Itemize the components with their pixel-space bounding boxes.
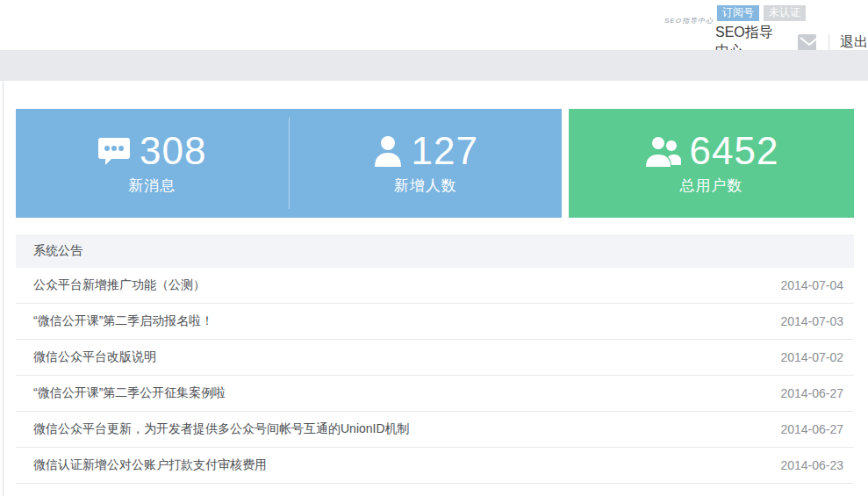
announcement-title[interactable]: “微信公开课”第二季公开征集案例啦 [16,385,226,401]
stat-value-new-messages: 308 [140,132,206,170]
announcement-date: 2014-06-27 [780,386,854,400]
announcement-row[interactable]: 公众平台新增推广功能（公测） 2014-07-04 [16,268,854,304]
announcement-row[interactable]: 微信公众平台更新，为开发者提供多公众号间帐号互通的UnionID机制 2014-… [16,412,854,448]
announcement-date: 2014-06-23 [780,458,854,472]
announcement-title[interactable]: 公众平台新增推广功能（公测） [16,277,205,293]
page: SEO指导中心 订阅号 未认证 SEO指导中心 退出 [0,0,868,496]
stat-label-new-messages: 新消息 [128,176,176,196]
announcement-date: 2014-07-04 [780,278,854,292]
announcement-title[interactable]: 微信认证新增公对公账户打款支付审核费用 [16,457,267,473]
topbar: SEO指导中心 订阅号 未认证 SEO指导中心 退出 [0,0,868,50]
stat-new-messages[interactable]: 308 新消息 [16,109,289,218]
announcement-row[interactable]: “微信公开课”第二季公开征集案例啦 2014-06-27 [16,376,854,412]
announcement-date: 2014-07-02 [780,350,854,364]
announcements-header: 系统公告 [16,234,854,268]
announcements-list: 系统公告 公众平台新增推广功能（公测） 2014-07-04 “微信公开课”第二… [16,234,854,484]
stat-value-new-followers: 127 [412,132,478,170]
chat-bubble-icon [97,136,131,166]
stat-label-total-users: 总用户数 [680,176,743,196]
panel-left-border [3,81,4,496]
stats-card-green: 6452 总用户数 [569,109,854,218]
stat-total-users[interactable]: 6452 总用户数 [569,109,854,218]
mail-icon[interactable] [798,34,816,51]
stats-card-blue: 308 新消息 127 新增人数 [16,109,562,218]
stat-value-total-users: 6452 [690,132,779,170]
header-divider [829,34,829,50]
account-badges: 订阅号 未认证 [717,5,806,21]
announcement-row[interactable]: 微信公众平台改版说明 2014-07-02 [16,340,854,376]
logout-button[interactable]: 退出 [840,33,868,52]
person-icon [373,135,403,167]
announcement-row[interactable]: “微信公开课”第二季启动报名啦！ 2014-07-03 [16,304,854,340]
announcement-title[interactable]: 微信公众平台改版说明 [16,349,156,365]
subscription-badge: 订阅号 [717,5,759,21]
announcement-title[interactable]: “微信公开课”第二季启动报名啦！ [16,313,213,329]
announcement-row[interactable]: 微信认证新增公对公账户打款支付审核费用 2014-06-23 [16,448,854,484]
announcement-title[interactable]: 微信公众平台更新，为开发者提供多公众号间帐号互通的UnionID机制 [16,421,410,437]
stat-label-new-followers: 新增人数 [394,176,457,196]
group-icon [644,135,681,167]
nav-band [0,50,868,81]
account-signature: SEO指导中心 [664,17,714,25]
announcement-date: 2014-07-03 [780,314,854,328]
announcement-date: 2014-06-27 [780,422,854,436]
stat-new-followers[interactable]: 127 新增人数 [290,109,563,218]
unverified-badge: 未认证 [764,5,806,21]
